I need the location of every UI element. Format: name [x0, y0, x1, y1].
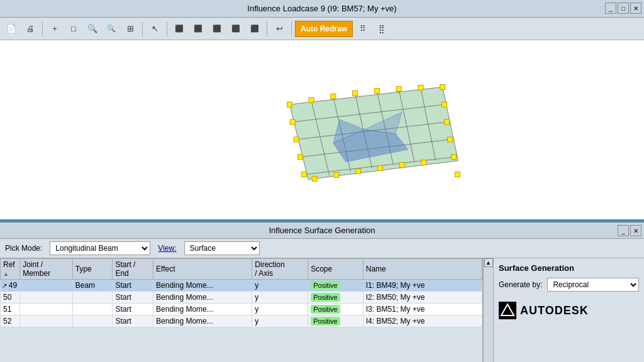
cell-direction: y — [252, 280, 308, 292]
auto-redraw-button[interactable]: Auto Redraw — [295, 21, 353, 37]
svg-rect-24 — [440, 85, 445, 90]
influence-title: Influence Surface Generation — [269, 226, 375, 235]
cell-effect: Bending Mome... — [153, 304, 252, 315]
cell-name: I3: BM51; My +ve — [363, 304, 482, 315]
svg-rect-40 — [399, 163, 404, 168]
cell-start: Start — [113, 315, 153, 327]
svg-rect-34 — [396, 86, 401, 91]
svg-rect-20 — [290, 119, 295, 124]
minimize-button[interactable]: _ — [605, 3, 616, 14]
autodesk-text: AUTODESK — [520, 304, 589, 317]
influence-title-bar: Influence Surface Generation _ ✕ — [0, 222, 644, 239]
close-button[interactable]: ✕ — [630, 3, 641, 14]
svg-rect-38 — [356, 169, 361, 174]
inf-close-button[interactable]: ✕ — [630, 225, 641, 236]
main-title: Influence Loadcase 9 (I9: BM57; My +ve) — [247, 4, 396, 13]
pick-mode-label: Pick Mode: — [5, 244, 42, 253]
svg-rect-26 — [445, 119, 450, 124]
cell-start: Start — [113, 304, 153, 315]
cell-ref: 50 — [1, 292, 20, 304]
col-type: Type — [72, 259, 113, 280]
right-panel-title: Surface Generation — [499, 263, 639, 273]
table-row[interactable]: 51StartBending Mome...yPositiveI3: BM51;… — [1, 304, 482, 315]
scroll-track[interactable] — [484, 267, 493, 362]
generate-by-select[interactable]: Reciprocal Direct — [547, 278, 639, 292]
cell-name: I4: BM52; My +ve — [363, 315, 482, 327]
right-panel: Surface Generation Generate by: Reciproc… — [493, 258, 644, 362]
svg-rect-29 — [455, 172, 460, 177]
tool3-button[interactable]: ⬛ — [208, 20, 226, 38]
cell-name: I2: BM50; My +ve — [363, 292, 482, 304]
cell-start: Start — [113, 280, 153, 292]
rect-button[interactable]: □ — [65, 20, 82, 38]
maximize-button[interactable]: □ — [618, 3, 629, 14]
view-select[interactable]: Surface — [184, 241, 260, 255]
data-table: Ref ▲ Joint /Member Type Start /End Effe… — [0, 258, 483, 362]
cell-scope: Positive — [308, 280, 364, 292]
col-start: Start /End — [113, 259, 153, 280]
table-row[interactable]: ↗ 49BeamStartBending Mome...yPositiveI1:… — [1, 280, 482, 292]
zoom-out-button[interactable]: 🔍 — [103, 20, 120, 38]
table-header-row: Ref ▲ Joint /Member Type Start /End Effe… — [1, 259, 482, 280]
separator-3 — [167, 21, 167, 36]
print-button[interactable]: 🖨 — [21, 20, 39, 38]
dots-button[interactable]: ⣿ — [373, 20, 391, 38]
cell-type: Beam — [72, 280, 113, 292]
tool5-button[interactable]: ⬛ — [246, 20, 264, 38]
title-bar: Influence Loadcase 9 (I9: BM57; My +ve) … — [0, 0, 644, 18]
cell-type — [72, 304, 113, 315]
controls-row: Pick Mode: Longitudinal Beam View: Surfa… — [0, 239, 644, 258]
cell-joint — [20, 292, 73, 304]
col-direction: Direction/ Axis — [252, 259, 308, 280]
svg-rect-23 — [301, 172, 306, 177]
col-ref: Ref ▲ — [1, 259, 20, 280]
svg-rect-25 — [442, 102, 447, 107]
svg-rect-19 — [287, 102, 292, 107]
view-link[interactable]: View: — [158, 244, 176, 253]
separator-2 — [142, 21, 143, 36]
cell-scope: Positive — [308, 315, 364, 327]
inf-minimize-button[interactable]: _ — [618, 225, 629, 236]
cell-ref: 51 — [1, 304, 20, 315]
svg-rect-31 — [331, 94, 336, 99]
col-name: Name — [363, 259, 482, 280]
col-scope: Scope — [308, 259, 364, 280]
undo-button[interactable]: ↩ — [270, 20, 288, 38]
paste-button[interactable]: ⬛ — [189, 20, 207, 38]
col-effect: Effect — [153, 259, 252, 280]
separator-1 — [42, 21, 43, 36]
col-joint: Joint /Member — [20, 259, 73, 280]
copy-button[interactable]: ⬛ — [170, 20, 188, 38]
zoom-in-button[interactable]: 🔍 — [84, 20, 101, 38]
svg-rect-28 — [452, 155, 457, 160]
autodesk-logo: AUTODESK — [499, 302, 639, 319]
generate-by-label: Generate by: — [499, 280, 542, 289]
fit-button[interactable]: ⊞ — [121, 20, 139, 38]
cell-scope: Positive — [308, 304, 364, 315]
cell-type — [72, 292, 113, 304]
add-button[interactable]: + — [46, 20, 64, 38]
cell-joint — [20, 280, 73, 292]
cell-type — [72, 315, 113, 327]
canvas-area — [0, 40, 644, 222]
table-row[interactable]: 52StartBending Mome...yPositiveI4: BM52;… — [1, 315, 482, 327]
tool4-button[interactable]: ⬛ — [227, 20, 245, 38]
grid-button[interactable]: ⠿ — [354, 20, 372, 38]
cursor-button[interactable]: ↖ — [146, 20, 164, 38]
autodesk-icon — [499, 302, 516, 319]
cell-joint — [20, 304, 73, 315]
svg-rect-30 — [309, 97, 314, 102]
cell-ref: ↗ 49 — [1, 280, 20, 292]
table-row[interactable]: 50StartBending Mome...yPositiveI2: BM50;… — [1, 292, 482, 304]
new-button[interactable]: 📄 — [3, 20, 20, 38]
cell-effect: Bending Mome... — [153, 280, 252, 292]
table-scrollbar[interactable]: ▲ ▼ — [483, 258, 493, 362]
scroll-up-button[interactable]: ▲ — [484, 258, 493, 267]
cell-start: Start — [113, 292, 153, 304]
separator-4 — [267, 21, 267, 36]
svg-rect-32 — [353, 90, 358, 96]
pick-mode-select[interactable]: Longitudinal Beam — [50, 241, 150, 255]
generate-by-row: Generate by: Reciprocal Direct — [499, 278, 639, 292]
cell-joint — [20, 315, 73, 327]
svg-rect-33 — [374, 88, 379, 93]
